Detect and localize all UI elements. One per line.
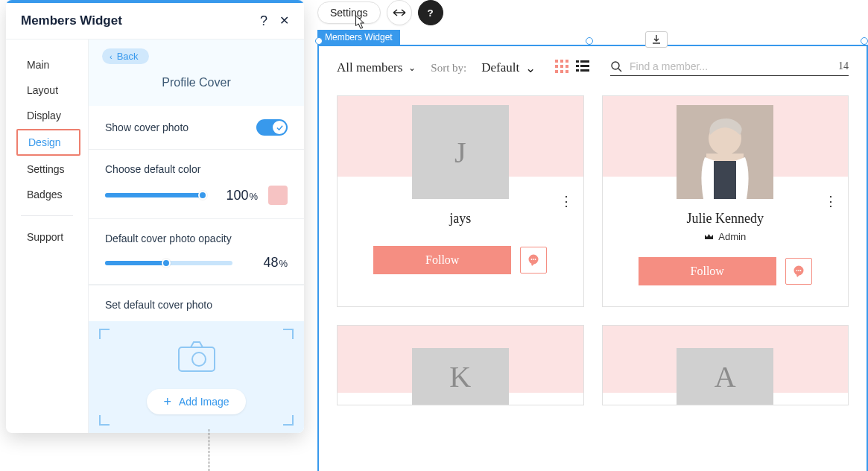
- svg-rect-8: [555, 70, 558, 73]
- svg-rect-5: [555, 65, 558, 68]
- svg-rect-3: [560, 60, 563, 63]
- upload-dropzone[interactable]: + Add Image: [89, 321, 304, 433]
- help-button[interactable]: ?: [260, 14, 267, 28]
- chevron-down-icon: ⌄: [408, 63, 416, 74]
- grid-view-icon[interactable]: [555, 60, 568, 76]
- svg-rect-2: [555, 60, 558, 63]
- download-icon: [651, 34, 662, 45]
- add-image-button[interactable]: + Add Image: [147, 389, 245, 414]
- default-color-row: Choose default color 100%: [89, 150, 304, 219]
- back-button[interactable]: ‹ Back: [102, 48, 149, 64]
- svg-point-17: [612, 62, 619, 69]
- svg-rect-13: [576, 65, 579, 67]
- nav-item-support[interactable]: Support: [16, 225, 80, 249]
- svg-rect-10: [566, 70, 568, 73]
- widget-preview-area: Settings ? Members Widget All members ⌄ …: [317, 0, 868, 471]
- help-round-button[interactable]: ?: [418, 0, 443, 25]
- nav-item-badges[interactable]: Badges: [16, 183, 80, 206]
- stretch-button[interactable]: [387, 0, 412, 25]
- card-menu-button[interactable]: ⋮: [560, 193, 573, 209]
- settings-panel: Members Widget ? ✕ Main Layout Display D…: [6, 0, 304, 433]
- sort-value-dropdown[interactable]: Default ⌄: [481, 60, 536, 76]
- upload-label: Set default cover photo: [89, 285, 304, 321]
- widget-selection-tag: Members Widget: [317, 30, 400, 45]
- svg-rect-16: [580, 69, 589, 72]
- nav-item-main[interactable]: Main: [16, 53, 80, 77]
- default-color-slider[interactable]: [105, 193, 203, 197]
- crop-corner-icon: [99, 329, 110, 339]
- avatar-placeholder: J: [412, 105, 509, 199]
- show-cover-toggle[interactable]: [256, 119, 288, 136]
- follow-button[interactable]: Follow: [639, 257, 776, 285]
- avatar-placeholder: K: [412, 348, 509, 405]
- member-name: Julie Kennedy: [603, 211, 849, 227]
- crop-corner-icon: [99, 415, 110, 426]
- add-image-label: Add Image: [179, 396, 229, 408]
- close-button[interactable]: ✕: [279, 15, 289, 27]
- download-chip[interactable]: [645, 31, 668, 48]
- svg-point-22: [535, 259, 536, 260]
- search-input[interactable]: [630, 60, 831, 72]
- avatar-photo: [677, 105, 773, 199]
- svg-point-1: [192, 353, 206, 366]
- members-filter-dropdown[interactable]: All members ⌄: [337, 60, 416, 75]
- member-count: 14: [838, 60, 849, 72]
- card-menu-button[interactable]: ⋮: [824, 193, 837, 209]
- member-card: ⋮ Julie Kennedy Admin Follow: [602, 95, 849, 307]
- color-swatch[interactable]: [268, 186, 288, 205]
- svg-point-28: [796, 270, 798, 271]
- search-icon: [610, 60, 622, 72]
- follow-button[interactable]: Follow: [373, 246, 511, 274]
- svg-rect-12: [580, 60, 589, 63]
- svg-point-21: [533, 259, 535, 260]
- avatar-placeholder: A: [677, 348, 773, 405]
- svg-rect-14: [580, 65, 589, 67]
- member-card: J ⋮ jays Follow: [337, 95, 584, 307]
- svg-rect-0: [179, 347, 215, 371]
- chat-icon: [527, 253, 540, 267]
- default-color-value: 100%: [213, 188, 258, 203]
- search-wrap: 14: [610, 60, 849, 76]
- nav-item-settings[interactable]: Settings: [16, 157, 80, 181]
- section-title: Profile Cover: [89, 76, 304, 89]
- svg-rect-15: [576, 69, 579, 72]
- svg-line-18: [618, 69, 621, 72]
- panel-nav: Main Layout Display Design Settings Badg…: [6, 39, 89, 433]
- chat-button[interactable]: [520, 247, 547, 274]
- member-cards-grid: J ⋮ jays Follow ⋮ Julie Kennedy: [319, 95, 867, 405]
- opacity-value: 48%: [243, 255, 288, 271]
- svg-rect-6: [560, 65, 563, 68]
- member-role: Admin: [603, 231, 849, 242]
- svg-rect-26: [714, 161, 736, 199]
- selection-handle[interactable]: [861, 37, 868, 45]
- member-card: A: [602, 325, 849, 405]
- nav-item-display[interactable]: Display: [16, 104, 80, 127]
- member-card: K: [337, 325, 584, 405]
- svg-point-29: [798, 270, 799, 271]
- svg-rect-11: [576, 60, 579, 63]
- back-label: Back: [117, 51, 139, 62]
- chat-button[interactable]: [785, 258, 812, 285]
- show-cover-row: Show cover photo: [89, 106, 304, 150]
- chevron-down-icon: ⌄: [525, 60, 536, 76]
- selection-handle[interactable]: [586, 37, 593, 45]
- arrows-horizontal-icon: [393, 7, 406, 18]
- show-cover-label: Show cover photo: [105, 121, 189, 133]
- question-icon: ?: [428, 7, 434, 19]
- sort-by-label: Sort by:: [431, 62, 466, 75]
- opacity-slider[interactable]: [105, 261, 232, 265]
- default-color-label: Choose default color: [105, 163, 288, 175]
- nav-item-design[interactable]: Design: [16, 129, 80, 156]
- selection-handle[interactable]: [315, 37, 323, 45]
- list-view-icon[interactable]: [576, 60, 589, 76]
- filter-label: All members: [337, 60, 402, 75]
- settings-pill-button[interactable]: Settings: [317, 1, 381, 24]
- camera-icon: [177, 340, 216, 376]
- nav-item-layout[interactable]: Layout: [16, 78, 80, 102]
- nav-divider: [21, 215, 73, 216]
- plus-icon: +: [163, 395, 171, 408]
- widget-frame: All members ⌄ Sort by: Default ⌄ 14: [317, 45, 868, 471]
- upload-block: Set default cover photo + Add Image: [89, 285, 304, 433]
- svg-rect-7: [566, 65, 568, 68]
- crop-corner-icon: [283, 329, 294, 339]
